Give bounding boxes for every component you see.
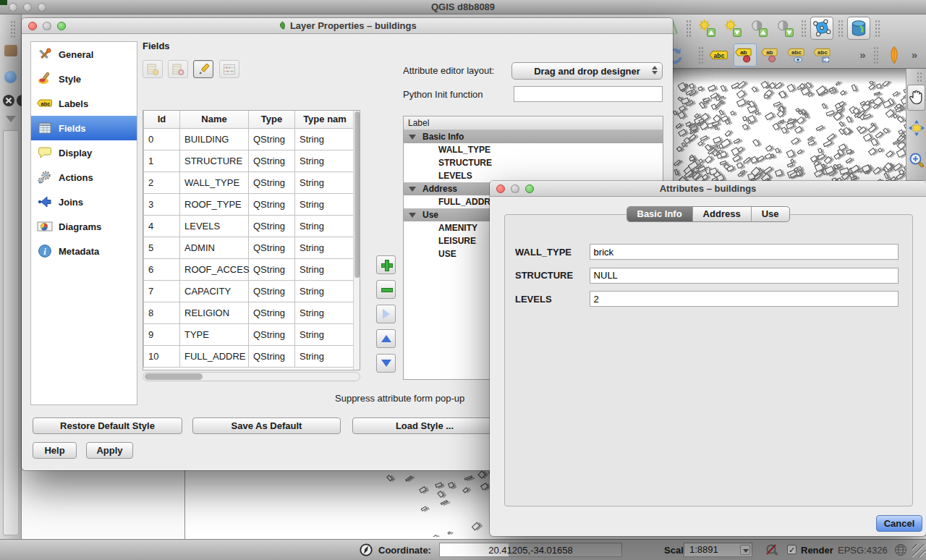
toolbar-handle[interactable] (686, 20, 691, 37)
cell-id[interactable]: 5 (144, 237, 180, 258)
cell-id[interactable]: 1 (144, 150, 180, 171)
cell-type-name[interactable]: String (295, 302, 355, 323)
sidebar-item-labels[interactable]: abc Labels (31, 91, 137, 116)
cell-type[interactable]: QString (249, 280, 295, 302)
delete-field-button[interactable] (168, 60, 188, 78)
cell-name[interactable]: ROOF_ACCES (180, 258, 249, 280)
pan-to-selection-icon[interactable] (907, 115, 925, 141)
database-icon[interactable] (847, 17, 870, 40)
resize-grip[interactable] (912, 544, 925, 557)
apply-button[interactable]: Apply (86, 442, 133, 459)
cell-type-name[interactable]: String (295, 150, 355, 171)
cell-type[interactable]: QString (249, 215, 295, 237)
cell-id[interactable]: 8 (144, 302, 180, 323)
cell-type[interactable]: QString (249, 302, 295, 323)
table-horizontal-scrollbar[interactable] (143, 372, 360, 381)
cell-name[interactable]: BUILDING (180, 128, 249, 150)
tree-row[interactable]: STRUCTURE (404, 156, 663, 169)
cell-type-name[interactable]: String (295, 345, 355, 367)
render-checkbox[interactable]: ✓ (787, 545, 797, 554)
table-row[interactable]: 6 ROOF_ACCES QString String (144, 258, 355, 280)
layer-properties-titlebar[interactable]: Layer Properties – buildings (22, 18, 673, 34)
cell-type[interactable]: QString (249, 345, 295, 367)
toggle-editing-button[interactable] (193, 60, 213, 78)
tree-row[interactable]: WALL_TYPE (404, 143, 663, 156)
toolbar-handle[interactable] (875, 20, 880, 37)
zoom-in-icon[interactable] (907, 147, 925, 173)
table-vertical-scrollbar[interactable] (353, 111, 360, 370)
load-style-button[interactable]: Load Style ... (352, 417, 497, 434)
attribute-editor-layout-select[interactable]: Drag and drop designer (511, 62, 663, 80)
cell-type-name[interactable]: String (295, 171, 355, 193)
tab[interactable]: Address (692, 207, 751, 221)
cell-type-name[interactable]: String (295, 323, 355, 345)
scale-combo[interactable]: 1:8891 (684, 543, 752, 557)
remove-layer-icon[interactable] (2, 94, 15, 109)
cell-name[interactable]: WALL_TYPE (180, 171, 249, 193)
tree-row[interactable]: Basic Info (404, 130, 663, 143)
add-tab-button[interactable] (376, 255, 396, 274)
tracking-compass-icon[interactable] (359, 543, 373, 559)
label-pin-icon[interactable]: ab (734, 43, 757, 67)
dropdown-arrow-icon[interactable] (740, 545, 750, 555)
sidebar-item-fields[interactable]: Fields (31, 116, 137, 140)
label-visibility-icon[interactable]: abc (786, 43, 809, 67)
table-row[interactable]: 0 BUILDING QString String (144, 128, 355, 150)
cell-name[interactable]: CAPACITY (180, 280, 249, 302)
cancel-button[interactable]: Cancel (876, 515, 922, 532)
cell-type[interactable]: QString (249, 128, 295, 150)
touch-geometry-icon[interactable] (810, 17, 833, 40)
cell-name[interactable]: ROOF_TYPE (180, 193, 249, 215)
cell-name[interactable]: ADMIN (180, 237, 249, 258)
sidebar-item-metadata[interactable]: i Metadata (31, 239, 137, 263)
sidebar-item-diagrams[interactable]: Diagrams (31, 214, 137, 239)
lower-terrain-icon[interactable] (721, 17, 744, 40)
label-pin-unpin-icon[interactable]: ab (760, 43, 783, 67)
toolbar-handle[interactable] (873, 46, 878, 64)
tab[interactable]: Use (751, 207, 789, 221)
coordinate-input[interactable]: 20.41205,-34.01658 (439, 543, 622, 557)
sidebar-item-style[interactable]: Style (31, 67, 137, 91)
column-header-type-name[interactable]: Type nam (295, 111, 355, 128)
help-button[interactable]: Help (33, 442, 77, 459)
sidebar-item-general[interactable]: General (31, 42, 137, 67)
toolbar-handle[interactable] (917, 72, 922, 82)
sidebar-item-display[interactable]: Display (31, 140, 137, 165)
new-field-button[interactable] (143, 60, 163, 78)
cell-id[interactable]: 3 (144, 193, 180, 215)
sidebar-item-actions[interactable]: Actions (31, 165, 137, 190)
cell-type-name[interactable]: String (295, 258, 355, 280)
table-row[interactable]: 10 FULL_ADDRE QString String (144, 345, 355, 367)
table-row[interactable]: 9 TYPE QString String (144, 323, 355, 345)
cell-type-name[interactable]: String (295, 280, 355, 302)
tree-header[interactable]: Label (404, 116, 663, 130)
sidebar-item-joins[interactable]: Joins (31, 190, 137, 214)
cell-id[interactable]: 7 (144, 280, 180, 302)
column-header-type[interactable]: Type (249, 111, 295, 128)
move-up-button[interactable] (376, 329, 396, 348)
cell-type-name[interactable]: String (295, 237, 355, 258)
feather-tool-icon[interactable] (883, 43, 906, 67)
cell-name[interactable]: LEVELS (180, 215, 249, 237)
field-value-input[interactable] (590, 291, 899, 307)
table-row[interactable]: 2 WALL_TYPE QString String (144, 171, 355, 193)
move-down-button[interactable] (376, 354, 396, 373)
field-value-input[interactable] (590, 244, 899, 260)
cell-id[interactable]: 9 (144, 323, 180, 345)
partial-tool-icon[interactable] (4, 45, 17, 56)
disclosure-triangle-icon[interactable] (409, 213, 416, 218)
toolbar-handle[interactable] (698, 46, 703, 64)
toolbar-overflow-chevron[interactable]: » (907, 48, 922, 61)
remove-tab-button[interactable] (376, 280, 396, 299)
disclosure-triangle-icon[interactable] (409, 187, 416, 192)
labeling-icon[interactable]: abc (708, 43, 731, 67)
table-row[interactable]: 5 ADMIN QString String (144, 237, 355, 258)
cell-type[interactable]: QString (249, 150, 295, 171)
save-as-default-button[interactable]: Save As Default (192, 417, 341, 434)
table-row[interactable]: 7 CAPACITY QString String (144, 280, 355, 302)
label-move-icon[interactable]: abc (812, 43, 835, 67)
field-value-input[interactable] (590, 268, 899, 284)
cell-type-name[interactable]: String (295, 215, 355, 237)
cell-name[interactable]: FULL_ADDRE (180, 345, 249, 367)
cell-id[interactable]: 6 (144, 258, 180, 280)
